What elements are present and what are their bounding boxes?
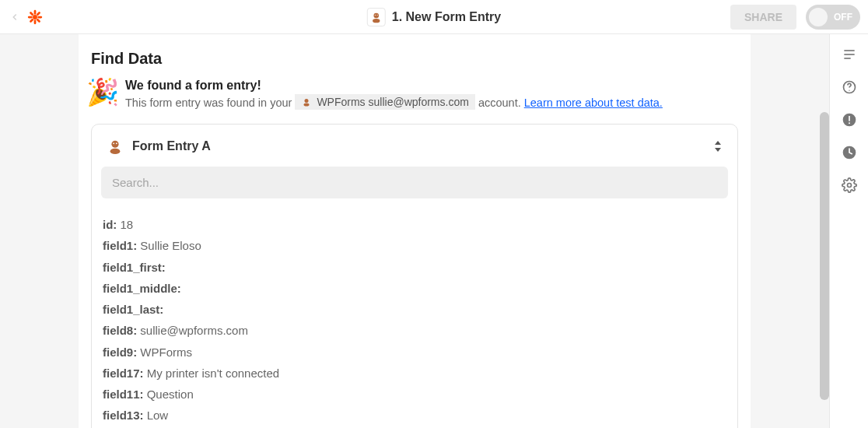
field-row: field11: Question (103, 385, 726, 403)
entry-title: Form Entry A (132, 139, 211, 153)
svg-point-12 (376, 14, 377, 15)
svg-rect-27 (849, 116, 850, 121)
svg-point-30 (847, 184, 851, 188)
account-chip-text: WPForms sullie@wpforms.com (317, 96, 468, 108)
header-right: SHARE OFF (730, 5, 860, 30)
field-value: Question (144, 388, 194, 401)
entry-card-header[interactable]: Form Entry A (92, 125, 737, 167)
svg-rect-5 (30, 18, 34, 23)
search-input[interactable] (101, 167, 728, 198)
scrollbar[interactable] (818, 34, 829, 428)
field-value: 18 (117, 218, 133, 231)
wpforms-icon (301, 96, 312, 107)
field-row: field1_middle: (103, 279, 726, 297)
field-value: Sullie Eloso (137, 239, 201, 252)
found-subtext: This form entry was found in your WPForm… (125, 94, 663, 110)
found-heading: We found a form entry! (125, 79, 663, 93)
svg-point-18 (116, 142, 117, 144)
account-chip: WPForms sullie@wpforms.com (295, 94, 474, 110)
svg-point-28 (849, 122, 850, 124)
gear-icon[interactable] (840, 176, 859, 195)
field-value: My printer isn't connected (144, 367, 280, 380)
toggle-enabled[interactable]: OFF (806, 5, 860, 30)
wpforms-icon (367, 8, 386, 26)
svg-rect-4 (36, 11, 40, 16)
svg-marker-19 (715, 141, 721, 145)
field-key: field1_last: (103, 303, 163, 316)
svg-point-9 (373, 12, 379, 18)
found-sub-pre: This form entry was found in your (125, 96, 295, 109)
svg-point-10 (373, 19, 380, 23)
main-stage: Find Data 🎉 We found a form entry! This … (0, 34, 829, 428)
header-center: 1. New Form Entry (367, 8, 501, 26)
header-left (8, 9, 44, 26)
chevron-left-icon[interactable] (8, 10, 22, 24)
app-header: 1. New Form Entry SHARE OFF (0, 0, 868, 34)
svg-point-25 (849, 90, 849, 91)
wpforms-icon (106, 137, 124, 156)
field-key: field17: (103, 367, 144, 380)
page-title: 1. New Form Entry (392, 10, 501, 24)
field-key: field9: (103, 346, 137, 359)
svg-marker-20 (715, 148, 721, 152)
svg-rect-1 (34, 19, 37, 24)
field-key: field1_middle: (103, 282, 181, 295)
entry-card: Form Entry A id: 18field1: Sullie Elosof… (91, 124, 738, 428)
sort-updown-icon[interactable] (712, 141, 723, 152)
field-key: field1_first: (103, 261, 166, 274)
scrollbar-thumb[interactable] (820, 112, 829, 400)
field-row: field17: My printer isn't connected (103, 364, 726, 382)
party-popper-icon: 🎉 (86, 79, 119, 105)
fields-list: id: 18field1: Sullie Elosofield1_first: … (92, 205, 737, 428)
svg-point-17 (113, 142, 114, 144)
field-key: field11: (103, 388, 144, 401)
field-row: field9: WPForms (103, 343, 726, 361)
contents-icon[interactable] (840, 45, 859, 64)
svg-rect-6 (30, 11, 34, 16)
svg-point-13 (305, 99, 309, 103)
svg-point-15 (111, 141, 118, 148)
field-key: field13: (103, 409, 144, 422)
toggle-label: OFF (834, 12, 852, 23)
field-row: field1_last: (103, 300, 726, 318)
field-row: id: 18 (103, 216, 726, 233)
field-value: Low (144, 409, 169, 422)
found-sub-post: account. (475, 96, 524, 109)
field-key: field8: (103, 324, 137, 337)
field-row: field1_first: (103, 258, 726, 276)
field-row: field13: Low (103, 406, 726, 424)
editor-panel: Find Data 🎉 We found a form entry! This … (79, 34, 751, 428)
entry-header-left: Form Entry A (106, 137, 211, 156)
zapier-logo-icon[interactable] (26, 9, 44, 26)
help-icon[interactable] (840, 78, 859, 96)
svg-point-11 (375, 14, 376, 15)
svg-point-16 (110, 149, 121, 154)
field-row: field1: Sullie Eloso (103, 237, 726, 254)
found-text-block: We found a form entry! This form entry w… (125, 79, 663, 110)
alert-icon[interactable] (840, 111, 859, 129)
section-title: Find Data (91, 50, 751, 68)
field-key: field1: (103, 239, 137, 252)
search-row (92, 167, 737, 205)
field-row: field8: sullie@wpforms.com (103, 321, 726, 339)
share-button[interactable]: SHARE (730, 5, 796, 30)
svg-rect-3 (37, 16, 42, 18)
right-rail (829, 34, 868, 428)
field-value: sullie@wpforms.com (137, 324, 248, 337)
svg-point-14 (304, 103, 310, 107)
clock-icon[interactable] (840, 143, 859, 162)
svg-point-8 (33, 15, 37, 19)
found-data-banner: 🎉 We found a form entry! This form entry… (86, 79, 751, 110)
field-key: id: (103, 218, 117, 231)
learn-more-link[interactable]: Learn more about test data. (524, 96, 663, 109)
field-value: WPForms (137, 346, 192, 359)
toggle-knob (809, 8, 828, 26)
svg-rect-7 (36, 18, 40, 23)
svg-rect-0 (34, 9, 37, 14)
svg-rect-2 (28, 16, 33, 18)
